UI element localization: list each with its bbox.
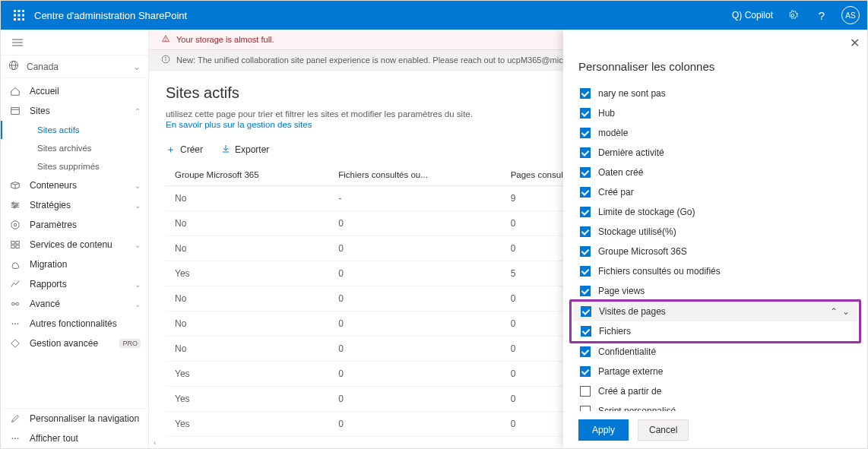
column-option[interactable]: Oaten créé ⌃ ⌄ — [578, 163, 852, 182]
apply-button[interactable]: Apply — [578, 419, 629, 441]
svg-rect-30 — [11, 245, 14, 248]
table-cell: No — [166, 311, 329, 337]
checkbox[interactable] — [581, 306, 591, 317]
checkbox[interactable] — [580, 128, 591, 138]
column-label: Fichiers consultés ou modifiés — [598, 266, 851, 277]
checkbox[interactable] — [580, 386, 591, 397]
checkbox[interactable] — [580, 346, 591, 357]
sidebar-subitem-sites-actifs[interactable]: Sites actifs — [1, 121, 148, 139]
sidebar-item-label: Personnaliser la navigation — [30, 413, 141, 424]
column-option[interactable]: Fichiers consultés ou modifiés ⌃ ⌄ — [578, 261, 852, 281]
sidebar-item-label: Accueil — [30, 86, 141, 96]
checkbox[interactable] — [580, 108, 591, 119]
sidebar-item-personnaliser-la-navigation[interactable]: Personnaliser la navigation — [1, 409, 148, 428]
table-cell: - — [329, 186, 501, 211]
svg-point-33 — [16, 302, 19, 305]
checkbox[interactable] — [580, 366, 591, 377]
move-up-icon[interactable]: ⌃ — [830, 306, 838, 317]
checkbox[interactable] — [581, 326, 591, 337]
column-option[interactable]: modèle ⌃ ⌄ — [578, 123, 852, 143]
gear-icon[interactable] — [784, 6, 802, 24]
column-option[interactable]: Fichiers ⌃ ⌄ — [579, 321, 851, 341]
scroll-left-icon[interactable]: ‹ — [154, 438, 156, 447]
sidebar-item-migration[interactable]: Migration — [1, 255, 148, 274]
close-icon[interactable]: ✕ — [850, 36, 860, 50]
sidebar-item-conteneurs[interactable]: Conteneurs ⌄ — [1, 175, 148, 195]
column-header[interactable]: Fichiers consultés ou... — [329, 164, 501, 186]
chevron-down-icon: ⌄ — [135, 182, 141, 190]
table-cell: No — [166, 186, 329, 211]
column-label: Dernière activité — [598, 147, 851, 158]
tenant-name: Canada — [27, 62, 59, 72]
sidebar-subitem-sites-supprimés[interactable]: Sites supprimés — [1, 157, 148, 175]
sites-icon — [8, 106, 22, 116]
column-option[interactable]: Groupe Microsoft 36S ⌃ ⌄ — [578, 242, 852, 261]
svg-rect-15 — [11, 108, 20, 115]
column-option[interactable]: Créé par ⌃ ⌄ — [578, 182, 852, 202]
sidebar-item-gestion-avancée[interactable]: Gestion avancée PRO — [1, 334, 148, 353]
column-option[interactable]: Page views ⌃ ⌄ — [578, 281, 852, 301]
checkbox[interactable] — [580, 266, 591, 277]
svg-rect-0 — [14, 10, 16, 12]
highlighted-columns-group: Visites de pages ⌃ ⌄ Fichiers ⌃ ⌄ — [569, 299, 861, 343]
sidebar-item-label: Avancé — [30, 299, 135, 309]
column-option[interactable]: Stockage utilisé(%) ⌃ ⌄ — [578, 222, 852, 242]
table-cell: 0 — [329, 412, 501, 437]
sidebar-item-label: Rapports — [30, 279, 135, 289]
sidebar-item-paramètres[interactable]: Paramètres — [1, 215, 148, 235]
checkbox[interactable] — [580, 246, 591, 257]
checkbox[interactable] — [580, 167, 591, 178]
column-option[interactable]: Partage externe ⌃ ⌄ — [578, 362, 852, 381]
copilot-button[interactable]: Q) Copilot — [732, 10, 773, 21]
sidebar-item-afficher-tout[interactable]: Afficher tout — [1, 428, 148, 448]
create-button[interactable]: ＋ Créer — [166, 143, 203, 157]
column-label: modèle — [598, 128, 851, 138]
checkbox[interactable] — [580, 286, 591, 296]
avatar[interactable]: AS — [841, 6, 860, 24]
column-option[interactable]: nary ne sont pas ⌃ ⌄ — [578, 84, 852, 103]
column-option[interactable]: Visites de pages ⌃ ⌄ — [573, 302, 857, 321]
home-icon — [8, 86, 22, 96]
help-icon[interactable]: ? — [813, 6, 831, 24]
column-option[interactable]: Dernière activité ⌃ ⌄ — [578, 143, 852, 163]
hamburger-icon[interactable] — [8, 33, 27, 52]
sidebar-item-stratégies[interactable]: Stratégies ⌄ — [1, 195, 148, 215]
svg-point-41 — [17, 438, 19, 439]
waffle-icon[interactable] — [8, 5, 30, 26]
sidebar-item-rapports[interactable]: Rapports ⌄ — [1, 274, 148, 294]
checkbox[interactable] — [580, 147, 591, 158]
checkbox[interactable] — [580, 88, 591, 99]
checkbox[interactable] — [580, 226, 591, 237]
checkbox[interactable] — [580, 207, 591, 217]
warning-text: Your storage is almost full. — [176, 35, 274, 44]
svg-point-47 — [166, 57, 166, 58]
sidebar-item-autres-fonctionnalités[interactable]: Autres fonctionnalités — [1, 314, 148, 334]
svg-rect-8 — [22, 18, 24, 21]
checkbox[interactable] — [580, 406, 591, 411]
column-option[interactable]: Script personnalisé ⌃ ⌄ — [578, 401, 852, 411]
sidebar-item-accueil[interactable]: Accueil — [1, 81, 148, 101]
export-button[interactable]: Exporter — [221, 144, 269, 156]
move-down-icon[interactable]: ⌄ — [842, 306, 850, 317]
checkbox[interactable] — [580, 187, 591, 198]
reorder-controls[interactable]: ⌃ ⌄ — [830, 306, 850, 317]
svg-rect-3 — [14, 14, 16, 17]
tenant-selector[interactable]: Canada ⌄ — [1, 55, 148, 78]
column-label: Visites de pages — [599, 306, 830, 317]
cancel-button[interactable]: Cancel — [638, 419, 689, 441]
column-option[interactable]: Hub ⌃ ⌄ — [578, 103, 852, 123]
sidebar-item-services-de-contenu[interactable]: Services de contenu ⌄ — [1, 235, 148, 255]
sidebar-item-sites[interactable]: Sites ⌃ — [1, 101, 148, 121]
sidebar-item-label: Sites archivés — [37, 144, 141, 153]
column-option[interactable]: Confidentialité ⌃ ⌄ — [578, 342, 852, 362]
column-header[interactable]: Groupe Microsoft 365 — [166, 164, 329, 186]
column-option[interactable]: Créé à partir de ⌃ ⌄ — [578, 381, 852, 401]
sidebar-item-avancé[interactable]: Avancé ⌄ — [1, 294, 148, 314]
sidebar-subitem-sites-archivés[interactable]: Sites archivés — [1, 139, 148, 157]
table-cell: No — [166, 236, 329, 261]
column-option[interactable]: Limite de stockage (Go) ⌃ ⌄ — [578, 202, 852, 222]
svg-point-35 — [12, 323, 14, 324]
column-label: Partage externe — [598, 366, 851, 377]
header-title: Centre d'administration SharePoint — [34, 10, 187, 21]
table-cell: Yes — [166, 362, 329, 387]
